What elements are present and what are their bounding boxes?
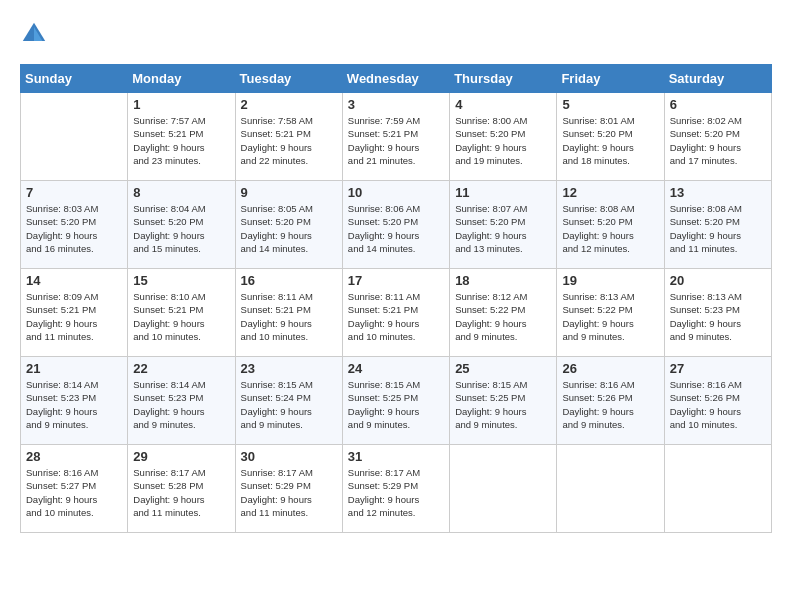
day-number: 11: [455, 185, 551, 200]
day-number: 7: [26, 185, 122, 200]
calendar-cell: 3Sunrise: 7:59 AM Sunset: 5:21 PM Daylig…: [342, 93, 449, 181]
calendar-cell: 10Sunrise: 8:06 AM Sunset: 5:20 PM Dayli…: [342, 181, 449, 269]
day-number: 23: [241, 361, 337, 376]
day-number: 17: [348, 273, 444, 288]
calendar-cell: 12Sunrise: 8:08 AM Sunset: 5:20 PM Dayli…: [557, 181, 664, 269]
day-number: 4: [455, 97, 551, 112]
cell-info: Sunrise: 8:07 AM Sunset: 5:20 PM Dayligh…: [455, 202, 551, 255]
calendar-cell: [557, 445, 664, 533]
calendar-table: SundayMondayTuesdayWednesdayThursdayFrid…: [20, 64, 772, 533]
calendar-cell: 2Sunrise: 7:58 AM Sunset: 5:21 PM Daylig…: [235, 93, 342, 181]
calendar-cell: 9Sunrise: 8:05 AM Sunset: 5:20 PM Daylig…: [235, 181, 342, 269]
day-number: 27: [670, 361, 766, 376]
col-header-thursday: Thursday: [450, 65, 557, 93]
cell-info: Sunrise: 8:12 AM Sunset: 5:22 PM Dayligh…: [455, 290, 551, 343]
cell-info: Sunrise: 8:11 AM Sunset: 5:21 PM Dayligh…: [348, 290, 444, 343]
cell-info: Sunrise: 8:04 AM Sunset: 5:20 PM Dayligh…: [133, 202, 229, 255]
calendar-cell: 17Sunrise: 8:11 AM Sunset: 5:21 PM Dayli…: [342, 269, 449, 357]
col-header-tuesday: Tuesday: [235, 65, 342, 93]
cell-info: Sunrise: 8:00 AM Sunset: 5:20 PM Dayligh…: [455, 114, 551, 167]
day-number: 10: [348, 185, 444, 200]
cell-info: Sunrise: 8:08 AM Sunset: 5:20 PM Dayligh…: [670, 202, 766, 255]
calendar-week-row: 7Sunrise: 8:03 AM Sunset: 5:20 PM Daylig…: [21, 181, 772, 269]
col-header-sunday: Sunday: [21, 65, 128, 93]
day-number: 15: [133, 273, 229, 288]
calendar-header-row: SundayMondayTuesdayWednesdayThursdayFrid…: [21, 65, 772, 93]
logo: [20, 20, 52, 48]
calendar-cell: 6Sunrise: 8:02 AM Sunset: 5:20 PM Daylig…: [664, 93, 771, 181]
day-number: 14: [26, 273, 122, 288]
cell-info: Sunrise: 8:17 AM Sunset: 5:28 PM Dayligh…: [133, 466, 229, 519]
calendar-cell: 26Sunrise: 8:16 AM Sunset: 5:26 PM Dayli…: [557, 357, 664, 445]
day-number: 26: [562, 361, 658, 376]
calendar-cell: 8Sunrise: 8:04 AM Sunset: 5:20 PM Daylig…: [128, 181, 235, 269]
day-number: 31: [348, 449, 444, 464]
day-number: 16: [241, 273, 337, 288]
calendar-cell: 11Sunrise: 8:07 AM Sunset: 5:20 PM Dayli…: [450, 181, 557, 269]
calendar-cell: 18Sunrise: 8:12 AM Sunset: 5:22 PM Dayli…: [450, 269, 557, 357]
calendar-week-row: 21Sunrise: 8:14 AM Sunset: 5:23 PM Dayli…: [21, 357, 772, 445]
calendar-cell: [450, 445, 557, 533]
calendar-cell: 5Sunrise: 8:01 AM Sunset: 5:20 PM Daylig…: [557, 93, 664, 181]
calendar-cell: 4Sunrise: 8:00 AM Sunset: 5:20 PM Daylig…: [450, 93, 557, 181]
calendar-cell: 16Sunrise: 8:11 AM Sunset: 5:21 PM Dayli…: [235, 269, 342, 357]
calendar-cell: 1Sunrise: 7:57 AM Sunset: 5:21 PM Daylig…: [128, 93, 235, 181]
day-number: 5: [562, 97, 658, 112]
cell-info: Sunrise: 8:03 AM Sunset: 5:20 PM Dayligh…: [26, 202, 122, 255]
day-number: 6: [670, 97, 766, 112]
calendar-cell: 29Sunrise: 8:17 AM Sunset: 5:28 PM Dayli…: [128, 445, 235, 533]
calendar-cell: 31Sunrise: 8:17 AM Sunset: 5:29 PM Dayli…: [342, 445, 449, 533]
calendar-week-row: 1Sunrise: 7:57 AM Sunset: 5:21 PM Daylig…: [21, 93, 772, 181]
cell-info: Sunrise: 8:14 AM Sunset: 5:23 PM Dayligh…: [26, 378, 122, 431]
cell-info: Sunrise: 8:15 AM Sunset: 5:25 PM Dayligh…: [348, 378, 444, 431]
calendar-cell: 15Sunrise: 8:10 AM Sunset: 5:21 PM Dayli…: [128, 269, 235, 357]
cell-info: Sunrise: 8:16 AM Sunset: 5:26 PM Dayligh…: [562, 378, 658, 431]
cell-info: Sunrise: 8:11 AM Sunset: 5:21 PM Dayligh…: [241, 290, 337, 343]
day-number: 24: [348, 361, 444, 376]
cell-info: Sunrise: 8:13 AM Sunset: 5:23 PM Dayligh…: [670, 290, 766, 343]
calendar-cell: 13Sunrise: 8:08 AM Sunset: 5:20 PM Dayli…: [664, 181, 771, 269]
cell-info: Sunrise: 8:14 AM Sunset: 5:23 PM Dayligh…: [133, 378, 229, 431]
day-number: 1: [133, 97, 229, 112]
day-number: 19: [562, 273, 658, 288]
calendar-cell: 14Sunrise: 8:09 AM Sunset: 5:21 PM Dayli…: [21, 269, 128, 357]
day-number: 20: [670, 273, 766, 288]
day-number: 12: [562, 185, 658, 200]
calendar-cell: 24Sunrise: 8:15 AM Sunset: 5:25 PM Dayli…: [342, 357, 449, 445]
cell-info: Sunrise: 8:16 AM Sunset: 5:27 PM Dayligh…: [26, 466, 122, 519]
logo-icon: [20, 20, 48, 48]
cell-info: Sunrise: 8:06 AM Sunset: 5:20 PM Dayligh…: [348, 202, 444, 255]
cell-info: Sunrise: 8:13 AM Sunset: 5:22 PM Dayligh…: [562, 290, 658, 343]
day-number: 9: [241, 185, 337, 200]
cell-info: Sunrise: 7:57 AM Sunset: 5:21 PM Dayligh…: [133, 114, 229, 167]
calendar-week-row: 14Sunrise: 8:09 AM Sunset: 5:21 PM Dayli…: [21, 269, 772, 357]
day-number: 2: [241, 97, 337, 112]
col-header-saturday: Saturday: [664, 65, 771, 93]
calendar-cell: 7Sunrise: 8:03 AM Sunset: 5:20 PM Daylig…: [21, 181, 128, 269]
cell-info: Sunrise: 8:02 AM Sunset: 5:20 PM Dayligh…: [670, 114, 766, 167]
day-number: 30: [241, 449, 337, 464]
day-number: 18: [455, 273, 551, 288]
col-header-wednesday: Wednesday: [342, 65, 449, 93]
calendar-cell: 25Sunrise: 8:15 AM Sunset: 5:25 PM Dayli…: [450, 357, 557, 445]
day-number: 13: [670, 185, 766, 200]
cell-info: Sunrise: 8:05 AM Sunset: 5:20 PM Dayligh…: [241, 202, 337, 255]
day-number: 22: [133, 361, 229, 376]
page-header: [20, 20, 772, 48]
calendar-cell: 30Sunrise: 8:17 AM Sunset: 5:29 PM Dayli…: [235, 445, 342, 533]
cell-info: Sunrise: 8:10 AM Sunset: 5:21 PM Dayligh…: [133, 290, 229, 343]
cell-info: Sunrise: 8:15 AM Sunset: 5:25 PM Dayligh…: [455, 378, 551, 431]
calendar-cell: 19Sunrise: 8:13 AM Sunset: 5:22 PM Dayli…: [557, 269, 664, 357]
cell-info: Sunrise: 7:59 AM Sunset: 5:21 PM Dayligh…: [348, 114, 444, 167]
day-number: 3: [348, 97, 444, 112]
day-number: 21: [26, 361, 122, 376]
calendar-cell: 22Sunrise: 8:14 AM Sunset: 5:23 PM Dayli…: [128, 357, 235, 445]
col-header-monday: Monday: [128, 65, 235, 93]
calendar-cell: 28Sunrise: 8:16 AM Sunset: 5:27 PM Dayli…: [21, 445, 128, 533]
calendar-cell: [664, 445, 771, 533]
col-header-friday: Friday: [557, 65, 664, 93]
day-number: 25: [455, 361, 551, 376]
day-number: 29: [133, 449, 229, 464]
cell-info: Sunrise: 8:17 AM Sunset: 5:29 PM Dayligh…: [241, 466, 337, 519]
cell-info: Sunrise: 8:17 AM Sunset: 5:29 PM Dayligh…: [348, 466, 444, 519]
